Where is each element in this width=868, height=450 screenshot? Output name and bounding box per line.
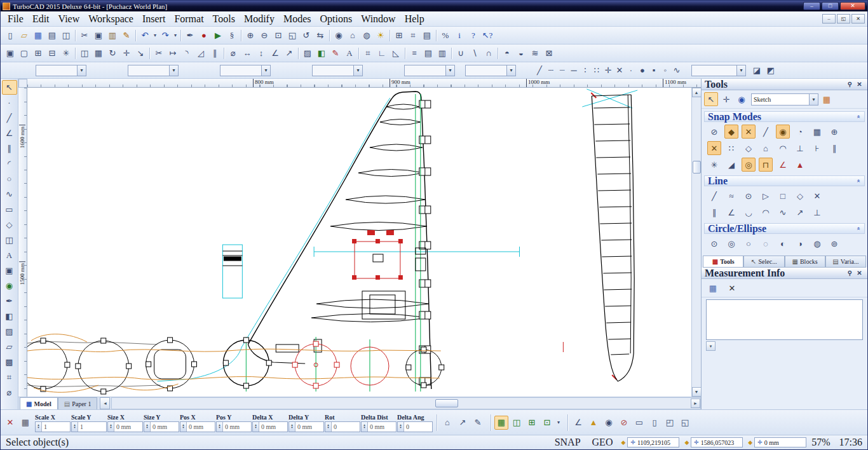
offset-button[interactable]: ∥ [208, 46, 222, 60]
rot-input[interactable]: ▴▾0 [325, 421, 360, 432]
fittings[interactable] [373, 248, 426, 271]
pos-x-input[interactable]: ▴▾0 mm [180, 421, 215, 432]
select-button[interactable]: ↖ [2, 80, 17, 95]
block-create-button[interactable]: ⊞ [31, 46, 45, 60]
snap-grid-points-button[interactable]: ∷ [724, 141, 738, 155]
line-dashed-marker-button[interactable]: ┄ [545, 64, 557, 78]
relative-coordinates-button[interactable]: ▦ [494, 416, 508, 430]
vertical-scroll-thumb[interactable] [693, 161, 701, 174]
measurement-scroll-button[interactable]: ▾ [706, 341, 715, 351]
measure-distance-button[interactable]: ⌀ [226, 46, 240, 60]
tab-paper-1[interactable]: ▤Paper 1 [58, 397, 98, 409]
snap-quadrant-button[interactable]: ◔ [793, 125, 807, 139]
tools-close-button[interactable]: ✕ [855, 80, 864, 89]
bring-to-front-button[interactable]: ◓ [500, 46, 514, 60]
pen-width-combo-arrow[interactable]: ▾ [169, 65, 178, 76]
tools-pin-button[interactable]: ⚲ [845, 80, 855, 89]
absolute-coordinates-button[interactable]: ◫ [510, 416, 524, 430]
eraser-button[interactable]: ▱ [2, 339, 17, 354]
polar-toggle-button[interactable]: ◺ [389, 46, 403, 60]
snap-parallel-button[interactable]: ∥ [827, 141, 841, 155]
hatch-tool-button[interactable]: ▨ [2, 324, 17, 339]
move-button[interactable]: ✛ [119, 46, 133, 60]
inspector-grid-button[interactable]: ▦ [18, 416, 32, 430]
horizontal-scroll-thumb[interactable] [435, 399, 458, 407]
inspector-clear-button[interactable]: ✕ [3, 416, 17, 430]
text-style-combo-arrow[interactable]: ▾ [506, 65, 515, 76]
circle-section-header[interactable]: Circle/Ellipse « [704, 223, 865, 234]
zoom-window-button[interactable]: ⊡ [271, 29, 285, 43]
measure-button[interactable]: ⌀ [2, 385, 17, 400]
delta-dist-input[interactable]: ▴▾0 mm [361, 421, 397, 432]
redo-button[interactable]: ↷ [158, 29, 172, 43]
open-file-button[interactable]: ▱ [17, 29, 31, 43]
pen-button[interactable]: ✒ [2, 294, 17, 308]
tab-blocks[interactable]: ▦Blocks [785, 256, 825, 268]
snap-angle-button[interactable]: ∠ [776, 158, 790, 172]
spinner-down-icon[interactable]: ▾ [37, 426, 39, 429]
circle-3point-button[interactable]: ◌ [759, 236, 773, 250]
spinner-down-icon[interactable]: ▾ [219, 426, 220, 429]
pattern-button[interactable]: ▩ [2, 355, 17, 369]
measurement-pin-button[interactable]: ⚲ [845, 269, 855, 278]
marker-style-combo[interactable]: ▾ [691, 65, 746, 76]
snap-globe-button[interactable]: ◉ [2, 278, 17, 293]
snap-origin-button[interactable]: ⌂ [759, 141, 773, 155]
tab-tools[interactable]: ▦Tools [703, 256, 743, 268]
paper-bounds-button[interactable]: ▭ [632, 416, 646, 430]
text-button[interactable]: A [2, 248, 17, 262]
macro-record-button[interactable]: ● [197, 29, 211, 43]
menu-help[interactable]: Help [400, 11, 429, 27]
hinge-clips[interactable] [419, 100, 431, 385]
spar-lines[interactable] [246, 94, 420, 392]
dots-four-marker-button[interactable]: ∷ [591, 64, 602, 78]
measurement-table-button[interactable]: ▦ [706, 281, 720, 295]
snap-face-button[interactable]: ◢ [724, 158, 738, 172]
save-file-button[interactable]: ▦ [31, 29, 45, 43]
style-combo[interactable]: Sketch ▾ [751, 93, 818, 106]
mirror-button[interactable]: ◫ [78, 46, 92, 60]
rotated-rectangle-button[interactable]: ◇ [793, 189, 807, 203]
undo-options-button[interactable]: ▾ [152, 29, 158, 43]
snap-grid-button[interactable]: ▦ [810, 125, 824, 139]
horizontal-scrollbar[interactable]: ► [111, 397, 701, 409]
leader-button[interactable]: ↗ [282, 46, 296, 60]
menu-file[interactable]: File [3, 11, 28, 27]
dimension-horizontal-button[interactable]: ↔ [240, 46, 254, 60]
snap-modes-section-header[interactable]: Snap Modes « [704, 111, 865, 122]
line-dotted-marker-button[interactable]: ┈ [557, 64, 568, 78]
print-preview-button[interactable]: ◫ [59, 29, 73, 43]
marker-style-combo-arrow[interactable]: ▾ [736, 65, 745, 76]
circle-2point-button[interactable]: ○ [742, 236, 756, 250]
spinner-down-icon[interactable]: ▾ [291, 426, 293, 429]
spinner-down-icon[interactable]: ▾ [110, 426, 112, 429]
drawing-canvas[interactable] [27, 88, 691, 397]
gradient-options-button[interactable]: ◩ [764, 64, 778, 78]
spline-button[interactable]: ∿ [776, 205, 790, 219]
snap-3d-button[interactable]: ▲ [793, 158, 807, 172]
snap-nearest-button[interactable]: ╱ [759, 125, 773, 139]
pattern-options-button[interactable]: ◪ [750, 64, 764, 78]
info-palette-button[interactable]: i [452, 29, 466, 43]
fill-button[interactable]: ◧ [2, 309, 17, 324]
size-x-spinner[interactable]: ▴▾ [108, 422, 114, 432]
spinner-down-icon[interactable]: ▾ [255, 426, 257, 429]
menu-tools[interactable]: Tools [208, 11, 240, 27]
circle-button[interactable]: ○ [2, 172, 17, 186]
measurement-info-content[interactable] [706, 299, 863, 340]
pos-y-spinner[interactable]: ▴▾ [217, 422, 223, 432]
vertical-ruler[interactable]: 1600 mm1500 mm [18, 88, 27, 397]
zoom-previous-button[interactable]: ↺ [299, 29, 313, 43]
y-coordinate-lock-icon[interactable]: ◆ [684, 439, 689, 446]
grid-toggle-button[interactable]: ⌗ [406, 29, 420, 43]
snap-quadrant-point-button[interactable]: ◇ [742, 141, 756, 155]
palette-options-button[interactable]: ▦ [820, 92, 834, 106]
box-3d-button[interactable]: ◫ [2, 233, 17, 247]
copy-button[interactable]: ▣ [92, 29, 105, 43]
delta-y-spinner[interactable]: ▴▾ [289, 422, 295, 432]
line-tangent-arc-button[interactable]: ⊙ [742, 189, 756, 203]
hatch-button[interactable]: ▨ [301, 46, 315, 60]
record-disabled-button[interactable]: ⊘ [617, 416, 631, 430]
tab-model[interactable]: ▦Model [20, 397, 58, 409]
snap-intersection-button[interactable]: ⊕ [827, 125, 841, 139]
